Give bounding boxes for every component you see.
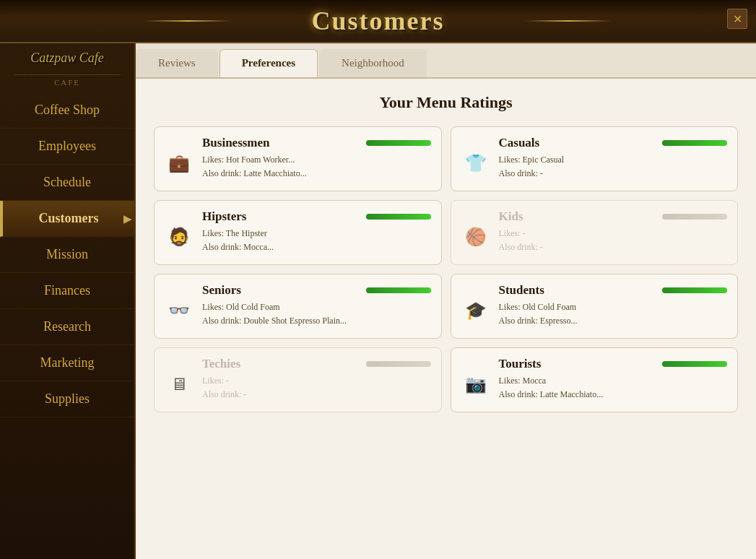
preferences-panel: Your Menu Ratings 💼 Businessmen Likes: H… [136,79,756,559]
sidebar-item-customers[interactable]: Customers [0,201,134,237]
tabs-bar: Reviews Preferences Neighborhood [136,43,756,79]
kids-body: Kids Likes: - Also drink: - [499,209,728,254]
businessmen-name: Businessmen [202,136,270,150]
techies-name: Techies [202,357,240,371]
casuals-body: Casuals Likes: Epic Casual Also drink: - [499,136,728,181]
casuals-also-drink: Also drink: - [499,167,728,181]
sidebar-divider [14,74,121,75]
sidebar: Catzpaw Cafe CAFE Coffee Shop Employees … [0,43,136,559]
businessmen-likes: Likes: Hot Foam Worker... [202,153,431,167]
tab-neighborhood[interactable]: Neighborhood [319,49,427,77]
sidebar-item-finances[interactable]: Finances [0,273,134,309]
students-name: Students [499,283,544,298]
sidebar-item-employees[interactable]: Employees [0,129,134,165]
businessmen-rating-bar [366,140,431,146]
kids-name: Kids [499,209,523,224]
seniors-rating-bar [366,287,431,293]
casuals-icon: 👕 [461,149,490,178]
students-body: Students Likes: Old Cold Foam Also drink… [499,283,728,328]
title-bar: Customers ✕ [0,0,756,43]
tab-preferences[interactable]: Preferences [220,49,318,77]
casuals-rating-bar [662,140,727,146]
hipsters-rating-bar [366,214,431,220]
tourists-name: Tourists [499,357,542,371]
kids-icon: 🏀 [461,222,490,251]
customer-card-kids: 🏀 Kids Likes: - Also drink: - [451,200,739,265]
students-header: Students [499,283,728,298]
casuals-likes: Likes: Epic Casual [499,153,728,167]
casuals-name: Casuals [499,136,540,150]
sidebar-item-mission[interactable]: Mission [0,237,134,273]
students-icon: 🎓 [461,296,490,325]
techies-likes: Likes: - [202,374,431,388]
sidebar-item-marketing[interactable]: Marketing [0,345,134,381]
sidebar-item-schedule[interactable]: Schedule [0,165,134,201]
customer-card-tourists: 📷 Tourists Likes: Mocca Also drink: Latt… [451,347,739,412]
seniors-header: Seniors [202,283,431,298]
customer-card-casuals: 👕 Casuals Likes: Epic Casual Also drink:… [451,126,739,191]
sidebar-item-coffee-shop[interactable]: Coffee Shop [0,92,134,129]
content-area: Reviews Preferences Neighborhood Your Me… [136,43,756,559]
tourists-likes: Likes: Mocca [499,374,728,388]
panel-title: Your Menu Ratings [154,93,738,112]
cafe-logo: Catzpaw Cafe [30,51,104,66]
seniors-icon: 👓 [165,296,194,325]
seniors-body: Seniors Likes: Old Cold Foam Also drink:… [202,283,431,328]
customer-card-seniors: 👓 Seniors Likes: Old Cold Foam Also drin… [154,274,442,339]
businessmen-body: Businessmen Likes: Hot Foam Worker... Al… [202,136,431,181]
hipsters-header: Hipsters [202,209,431,224]
techies-header: Techies [202,357,431,371]
kids-rating-bar [662,214,727,220]
kids-likes: Likes: - [499,227,728,240]
businessmen-icon: 💼 [165,149,194,178]
tourists-icon: 📷 [461,370,490,399]
seniors-also-drink: Also drink: Double Shot Espresso Plain..… [202,314,431,328]
hipsters-also-drink: Also drink: Mocca... [202,240,431,254]
customer-card-students: 🎓 Students Likes: Old Cold Foam Also dri… [451,274,739,339]
tourists-body: Tourists Likes: Mocca Also drink: Latte … [499,357,728,402]
students-likes: Likes: Old Cold Foam [499,300,728,314]
businessmen-header: Businessmen [202,136,431,150]
hipsters-likes: Likes: The Hipster [202,227,431,240]
kids-header: Kids [499,209,728,224]
seniors-likes: Likes: Old Cold Foam [202,300,431,314]
sidebar-item-supplies[interactable]: Supplies [0,381,134,417]
techies-body: Techies Likes: - Also drink: - [202,357,431,402]
students-rating-bar [662,287,727,293]
businessmen-also-drink: Also drink: Latte Macchiato... [202,167,431,181]
sidebar-item-research[interactable]: Research [0,309,134,345]
customer-card-hipsters: 🧔 Hipsters Likes: The Hipster Also drink… [154,200,442,265]
page-title: Customers [312,6,445,36]
casuals-header: Casuals [499,136,728,150]
customer-card-businessmen: 💼 Businessmen Likes: Hot Foam Worker... … [154,126,442,191]
sidebar-section-label: CAFE [54,78,80,87]
tourists-rating-bar [662,361,727,367]
tourists-header: Tourists [499,357,728,371]
customer-card-techies: 🖥 Techies Likes: - Also drink: - [154,347,442,412]
hipsters-name: Hipsters [202,209,246,224]
techies-also-drink: Also drink: - [202,388,431,402]
hipsters-body: Hipsters Likes: The Hipster Also drink: … [202,209,431,254]
techies-rating-bar [366,361,431,367]
students-also-drink: Also drink: Espresso... [499,314,728,328]
main-layout: Catzpaw Cafe CAFE Coffee Shop Employees … [0,43,756,559]
kids-also-drink: Also drink: - [499,240,728,254]
techies-icon: 🖥 [165,370,194,399]
customers-grid: 💼 Businessmen Likes: Hot Foam Worker... … [154,126,738,412]
seniors-name: Seniors [202,283,241,298]
tab-reviews[interactable]: Reviews [136,49,218,77]
close-button[interactable]: ✕ [727,9,747,29]
tourists-also-drink: Also drink: Latte Macchiato... [499,388,728,402]
hipsters-icon: 🧔 [165,222,194,251]
